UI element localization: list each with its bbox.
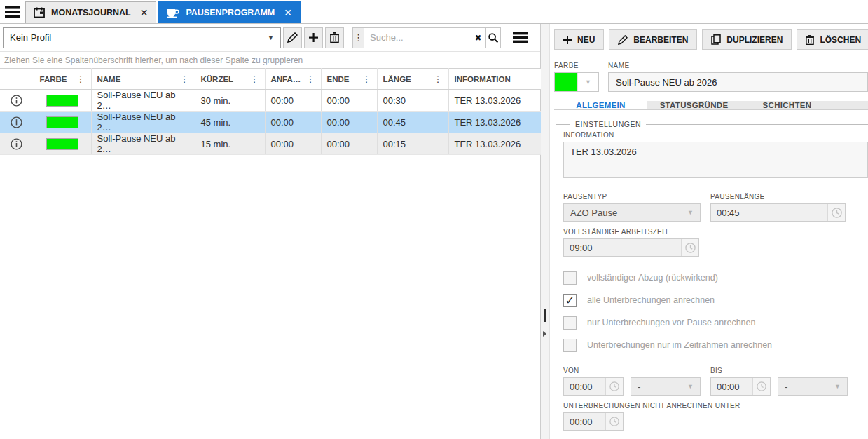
calendar-icon [34, 7, 45, 18]
close-icon[interactable]: ✕ [284, 7, 292, 18]
list-pane: Kein Profil ▼ [0, 24, 541, 439]
header-information[interactable]: INFORMATION [448, 69, 541, 90]
tab-schichten[interactable]: SCHICHTEN [740, 101, 834, 109]
table-menu-button[interactable] [510, 27, 531, 48]
tab-pausenprogramm[interactable]: PAUSENPROGRAMM ✕ [158, 1, 301, 23]
add-profile-button[interactable] [304, 27, 323, 48]
clock-icon[interactable] [605, 378, 623, 395]
column-menu-icon[interactable]: ⋮ [434, 74, 443, 83]
information-textarea[interactable]: TER 13.03.2026 [563, 142, 868, 178]
row-color-cell [34, 90, 91, 112]
table-row-selected[interactable]: Soll-Pause NEU ab 2… 45 min. 00:00 00:00… [0, 112, 541, 133]
header-ende[interactable]: ENDE⋮ [321, 69, 377, 90]
header-laenge[interactable]: LÄNGE⋮ [377, 69, 448, 90]
chevron-down-icon: ▼ [578, 79, 598, 86]
main-split: Kein Profil ▼ [0, 24, 868, 439]
row-name-cell: Soll-Pause NEU ab 2… [91, 133, 195, 155]
column-menu-icon[interactable]: ⋮ [76, 74, 85, 83]
header-kuerzel[interactable]: KÜRZEL⋮ [195, 69, 265, 90]
detail-tab-bar: ALLGEMEIN STATUSGRÜNDE SCHICHTEN [554, 101, 868, 110]
header-anfang[interactable]: ANFA…⋮ [265, 69, 321, 90]
row-ende-cell: 00:00 [321, 133, 377, 155]
von-time-input[interactable]: 00:00 [563, 377, 624, 396]
search-options-button[interactable]: ⋮ [353, 28, 364, 48]
check-nur-vor-pause: nur Unterbrechungen vor Pause anrechnen [563, 311, 868, 334]
profile-select-value: Kein Profil [10, 32, 51, 43]
bis-day-select[interactable]: - ▼ [778, 377, 848, 396]
search-button[interactable] [485, 28, 500, 48]
table-row[interactable]: Soll-Pause NEU ab 2… 15 min. 00:00 00:00… [0, 133, 541, 155]
header-name[interactable]: NAME⋮ [91, 69, 195, 90]
delete-profile-button[interactable] [325, 27, 344, 48]
column-menu-icon[interactable]: ⋮ [250, 74, 259, 83]
row-color-cell [34, 133, 91, 155]
nicht-anrechnen-input[interactable]: 00:00 [563, 412, 624, 431]
row-color-cell [34, 112, 91, 133]
row-laenge-cell: 00:30 [377, 90, 448, 112]
bearbeiten-button[interactable]: BEARBEITEN [609, 29, 697, 50]
pausentyp-field: PAUSENTYP AZO Pause ▼ [563, 187, 701, 222]
header-farbe[interactable]: FARBE⋮ [34, 69, 91, 90]
arbeitszeit-input[interactable]: 09:00 [563, 238, 699, 257]
hamburger-icon [5, 6, 20, 18]
row-kuerzel-cell: 15 min. [195, 133, 265, 155]
column-menu-icon[interactable]: ⋮ [306, 74, 315, 83]
edit-profile-button[interactable] [283, 27, 302, 48]
von-bis-row: VON 00:00 [563, 360, 868, 396]
checkbox-unchecked[interactable] [563, 316, 577, 330]
coffee-cup-icon [167, 8, 179, 18]
row-ende-cell: 00:00 [321, 90, 377, 112]
app-window: MONATSJOURNAL ✕ PAUSENPROGRAMM ✕ Kein Pr… [0, 0, 868, 439]
tab-allgemein[interactable]: ALLGEMEIN [554, 101, 647, 109]
checkbox-unchecked[interactable] [563, 339, 577, 352]
search-icon [488, 33, 498, 43]
checkbox-checked[interactable]: ✓ [563, 294, 577, 307]
close-icon[interactable]: ✕ [140, 7, 149, 18]
neu-button[interactable]: NEU [554, 29, 604, 50]
duplizieren-button[interactable]: DUPLIZIEREN [702, 29, 792, 50]
column-menu-icon[interactable]: ⋮ [362, 74, 371, 83]
pane-splitter[interactable] [541, 24, 550, 439]
search-input[interactable] [364, 28, 471, 48]
row-info-cell[interactable] [0, 112, 34, 133]
tab-monatsjournal[interactable]: MONATSJOURNAL ✕ [25, 1, 156, 23]
clock-icon[interactable] [827, 204, 845, 221]
group-by-hint: Ziehen Sie eine Spaltenüberschrift hierh… [0, 52, 540, 68]
tab-label: MONATSJOURNAL [51, 8, 131, 18]
search-clear-button[interactable]: ✖ [471, 28, 485, 48]
row-anfang-cell: 00:00 [265, 90, 321, 112]
tab-statusgruende[interactable]: STATUSGRÜNDE [647, 101, 740, 109]
main-menu-button[interactable] [0, 1, 25, 22]
farbe-dropdown[interactable]: ▼ [554, 72, 599, 92]
hamburger-icon [513, 32, 528, 43]
chevron-down-icon: ▼ [687, 209, 694, 216]
color-swatch [46, 116, 78, 128]
loeschen-button[interactable]: LÖSCHEN [797, 29, 868, 50]
bis-time-input[interactable]: 00:00 [710, 377, 771, 396]
row-info-cell[interactable] [0, 90, 34, 112]
information-label: INFORMATION [563, 131, 868, 139]
clock-icon[interactable] [752, 378, 770, 395]
arbeitszeit-value: 09:00 [564, 239, 681, 256]
name-input[interactable] [608, 72, 868, 92]
row-information-cell: TER 13.03.2026 [448, 90, 541, 112]
row-anfang-cell: 00:00 [265, 133, 321, 155]
clock-icon[interactable] [605, 413, 623, 430]
trash-icon [330, 32, 339, 43]
table-row[interactable]: Soll-Pause NEU ab 2… 30 min. 00:00 00:00… [0, 90, 541, 112]
pausentyp-select[interactable]: AZO Pause ▼ [563, 203, 701, 222]
checkbox-unchecked[interactable] [563, 271, 577, 285]
row-info-cell[interactable] [0, 133, 34, 155]
row-kuerzel-cell: 45 min. [195, 112, 265, 133]
pausenlaenge-input[interactable]: 00:45 [710, 203, 846, 222]
von-field: VON 00:00 [563, 360, 701, 396]
column-menu-icon[interactable]: ⋮ [180, 74, 189, 83]
profile-select[interactable]: Kein Profil ▼ [3, 27, 281, 48]
von-day-select[interactable]: - ▼ [631, 377, 701, 396]
nicht-anrechnen-label: UNTERBRECHUNGEN NICHT ANRECHNEN UNTER [563, 402, 868, 410]
splitter-collapse-arrow-icon[interactable] [543, 331, 546, 337]
row-name-cell: Soll-Pause NEU ab 2… [91, 90, 195, 112]
splitter-grip[interactable] [544, 309, 546, 322]
pausentyp-value: AZO Pause [570, 208, 617, 218]
clock-icon[interactable] [681, 239, 698, 256]
